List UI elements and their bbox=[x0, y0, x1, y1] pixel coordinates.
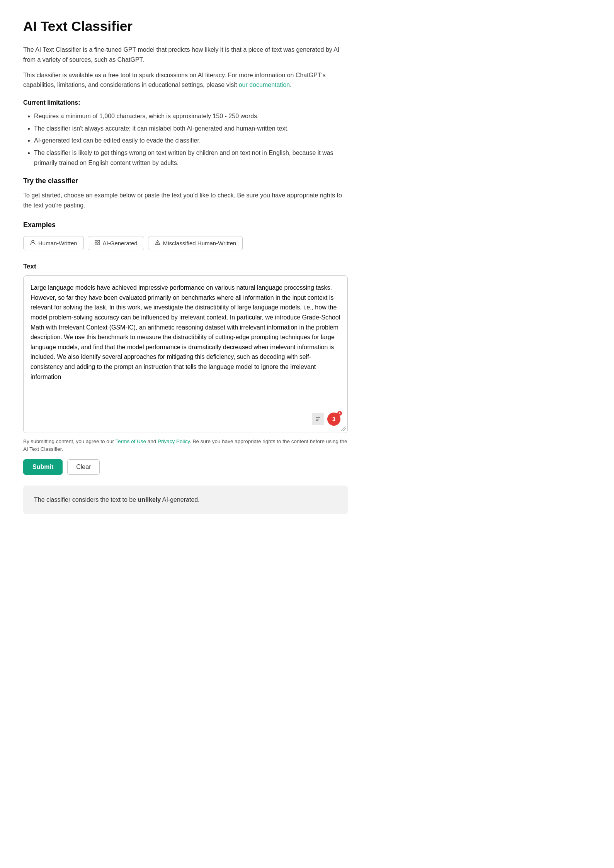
submit-button[interactable]: Submit bbox=[23, 459, 63, 475]
try-description: To get started, choose an example below … bbox=[23, 190, 348, 210]
resize-handle[interactable] bbox=[341, 426, 346, 431]
edit-icon bbox=[312, 413, 324, 425]
example-ai-generated-label: AI-Generated bbox=[103, 240, 138, 246]
documentation-link[interactable]: our documentation bbox=[239, 82, 290, 88]
example-ai-generated-button[interactable]: AI-Generated bbox=[88, 236, 144, 250]
svg-rect-6 bbox=[316, 417, 320, 418]
list-item: AI-generated text can be edited easily t… bbox=[34, 136, 348, 146]
textarea-icons: 3 + bbox=[31, 413, 340, 426]
text-label: Text bbox=[23, 261, 348, 272]
list-item: The classifier is likely to get things w… bbox=[34, 148, 348, 168]
terms-of-use-link[interactable]: Terms of Use bbox=[115, 438, 146, 444]
list-item: Requires a minimum of 1,000 characters, … bbox=[34, 111, 348, 121]
example-human-written-button[interactable]: Human-Written bbox=[23, 236, 84, 250]
text-area-wrapper: Large language models have achieved impr… bbox=[23, 275, 348, 433]
svg-rect-7 bbox=[316, 419, 319, 420]
misclassified-icon bbox=[155, 240, 161, 247]
terms-text: By submitting content, you agree to our … bbox=[23, 438, 348, 454]
badge-count: 3 + bbox=[327, 413, 340, 426]
result-text: The classifier considers the text to be … bbox=[34, 495, 337, 505]
examples-heading: Examples bbox=[23, 219, 348, 231]
human-written-icon bbox=[30, 240, 36, 247]
privacy-policy-link[interactable]: Privacy Policy bbox=[158, 438, 190, 444]
svg-point-0 bbox=[32, 240, 34, 243]
text-input[interactable]: Large language models have achieved impr… bbox=[31, 283, 340, 406]
svg-rect-4 bbox=[98, 243, 100, 245]
clear-button[interactable]: Clear bbox=[67, 459, 100, 475]
examples-buttons-container: Human-Written AI-Generated Misclassified… bbox=[23, 236, 348, 250]
intro-paragraph-2: This classifier is available as a free t… bbox=[23, 70, 348, 90]
example-human-written-label: Human-Written bbox=[38, 240, 77, 246]
page-title: AI Text Classifier bbox=[23, 15, 348, 37]
svg-rect-2 bbox=[98, 240, 100, 242]
result-box: The classifier considers the text to be … bbox=[23, 486, 348, 514]
try-heading: Try the classifier bbox=[23, 175, 348, 187]
list-item: The classifier isn't always accurate; it… bbox=[34, 124, 348, 134]
result-keyword: unlikely bbox=[138, 496, 161, 503]
action-buttons: Submit Clear bbox=[23, 459, 348, 475]
limitations-list: Requires a minimum of 1,000 characters, … bbox=[23, 111, 348, 168]
example-misclassified-button[interactable]: Misclassified Human-Written bbox=[148, 236, 243, 250]
badge-plus: + bbox=[337, 411, 342, 416]
ai-generated-icon bbox=[94, 240, 100, 247]
svg-rect-1 bbox=[95, 240, 97, 242]
example-misclassified-label: Misclassified Human-Written bbox=[163, 240, 236, 246]
intro-paragraph-1: The AI Text Classifier is a fine-tuned G… bbox=[23, 45, 348, 65]
svg-point-5 bbox=[157, 244, 158, 244]
limitations-heading: Current limitations: bbox=[23, 98, 348, 108]
svg-rect-3 bbox=[95, 243, 97, 245]
intro2-after: . bbox=[290, 82, 291, 88]
svg-rect-8 bbox=[316, 420, 318, 421]
